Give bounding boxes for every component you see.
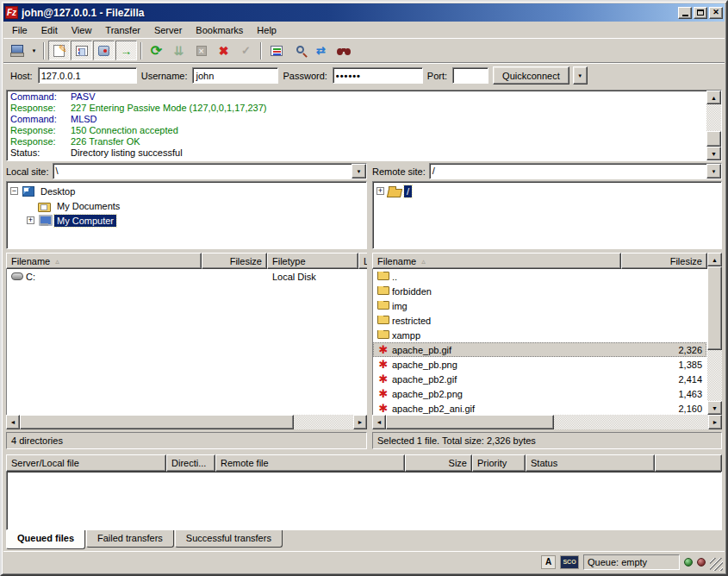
- scroll-thumb[interactable]: [706, 131, 721, 147]
- scroll-down-button[interactable]: ▼: [707, 401, 722, 415]
- remote-site-dropdown[interactable]: ▼: [706, 164, 721, 178]
- remote-site-combo[interactable]: / ▼: [429, 163, 722, 179]
- local-col-lastmodified[interactable]: L: [358, 253, 367, 269]
- scroll-thumb[interactable]: [386, 415, 554, 429]
- local-site-combo[interactable]: \ ▼: [53, 163, 367, 179]
- remote-file-row[interactable]: img: [373, 298, 706, 313]
- synchronized-browsing-button[interactable]: ⇄: [310, 41, 332, 60]
- tree-expander[interactable]: +: [376, 187, 384, 195]
- sync-icon: ⇄: [316, 44, 326, 57]
- toggle-remote-tree-button[interactable]: [93, 41, 115, 60]
- remote-tree-icon: [98, 46, 109, 56]
- scroll-track[interactable]: [706, 104, 721, 147]
- toggle-queue-button[interactable]: →: [115, 41, 137, 60]
- filter-button[interactable]: [265, 41, 287, 60]
- scroll-thumb[interactable]: [707, 266, 722, 350]
- disconnect-button[interactable]: ✖: [213, 41, 234, 60]
- tree-expander[interactable]: +: [27, 216, 34, 224]
- refresh-button[interactable]: ⟳: [146, 41, 167, 60]
- remote-file-row[interactable]: ✱apache_pb.png1,385: [373, 357, 706, 372]
- remote-file-row[interactable]: restricted: [373, 313, 706, 328]
- tab-queued-files[interactable]: Queued files: [6, 530, 85, 549]
- menu-help[interactable]: Help: [250, 23, 283, 37]
- scroll-left-button[interactable]: ◄: [372, 415, 386, 429]
- remote-file-row[interactable]: ..: [373, 269, 706, 284]
- tree-expander[interactable]: −: [10, 187, 18, 195]
- queue-col-remote-file[interactable]: Remote file: [215, 454, 405, 472]
- scroll-right-button[interactable]: ►: [708, 415, 722, 429]
- tab-successful-transfers[interactable]: Successful transfers: [175, 530, 283, 548]
- local-col-filesize[interactable]: Filesize: [202, 253, 267, 269]
- resize-grip[interactable]: [710, 558, 723, 571]
- scroll-left-button[interactable]: ◄: [6, 415, 20, 429]
- local-col-filename[interactable]: Filename▵: [6, 253, 202, 269]
- tab-failed-transfers[interactable]: Failed transfers: [86, 530, 174, 548]
- minimize-button[interactable]: [678, 7, 692, 19]
- toolbar: ▼ ✎ → ⟳ ⇊ ✕ ✖ ✓ ⇄: [3, 38, 725, 62]
- scroll-down-button[interactable]: ▼: [706, 147, 721, 160]
- remote-site-value: /: [430, 164, 706, 178]
- tree-item-my-documents[interactable]: My Documents: [7, 198, 366, 213]
- log-line-type: Status:: [7, 147, 71, 159]
- process-queue-button[interactable]: ⇊: [168, 41, 190, 60]
- scroll-right-button[interactable]: ►: [353, 415, 367, 429]
- scroll-up-button[interactable]: ▲: [707, 253, 722, 266]
- filename-text: apache_pb2_ani.gif: [392, 404, 475, 414]
- menu-file[interactable]: File: [5, 23, 34, 37]
- local-hscroll[interactable]: ◄ ►: [6, 415, 367, 429]
- remote-file-row[interactable]: ✱apache_pb2.gif2,414: [373, 372, 706, 386]
- queue-col-server-local-file[interactable]: Server/Local file: [6, 454, 166, 472]
- remote-col-filename[interactable]: Filename▵: [372, 253, 621, 269]
- scroll-up-button[interactable]: ▲: [706, 91, 721, 104]
- remote-vscroll[interactable]: ▲ ▼: [707, 253, 722, 415]
- local-file-row[interactable]: C:Local Disk: [7, 269, 366, 284]
- image-file-icon: ✱: [377, 403, 389, 414]
- menu-bookmarks[interactable]: Bookmarks: [189, 23, 250, 37]
- site-manager-dropdown[interactable]: ▼: [28, 41, 40, 60]
- quickconnect-button[interactable]: Quickconnect: [493, 66, 569, 85]
- host-input[interactable]: [38, 67, 137, 84]
- queue-col-priority[interactable]: Priority: [472, 454, 526, 472]
- remote-file-row[interactable]: ✱apache_pb.gif2,326: [373, 342, 706, 357]
- remote-col-filesize[interactable]: Filesize: [621, 253, 707, 269]
- remote-file-row[interactable]: ✱apache_pb2_ani.gif2,160: [373, 401, 706, 415]
- menu-server[interactable]: Server: [147, 23, 189, 37]
- menu-edit[interactable]: Edit: [34, 23, 65, 37]
- menu-transfer[interactable]: Transfer: [98, 23, 147, 37]
- remote-file-row[interactable]: forbidden: [373, 284, 706, 298]
- tree-item-item[interactable]: +/: [373, 184, 721, 198]
- remote-file-row[interactable]: ✱apache_pb2.png1,463: [373, 386, 706, 401]
- local-site-dropdown[interactable]: ▼: [352, 164, 366, 178]
- menu-view[interactable]: View: [65, 23, 99, 37]
- remote-file-row[interactable]: xampp: [373, 328, 706, 342]
- log-line: Response:226 Transfer OK: [7, 136, 706, 147]
- binoculars-icon: [337, 48, 351, 56]
- log-scrollbar[interactable]: ▲ ▼: [706, 91, 721, 160]
- message-log: Command:PASVResponse:227 Entering Passiv…: [6, 90, 722, 161]
- app-icon: Fz: [5, 6, 18, 19]
- queue-col-size[interactable]: Size: [405, 454, 472, 472]
- username-input[interactable]: [192, 67, 278, 84]
- port-input[interactable]: [452, 67, 488, 84]
- reconnect-button[interactable]: ✓: [235, 41, 257, 60]
- scroll-thumb[interactable]: [20, 415, 294, 429]
- find-files-button[interactable]: [333, 41, 354, 60]
- directory-comparison-button[interactable]: [288, 41, 309, 60]
- local-col-filetype[interactable]: Filetype: [267, 253, 358, 269]
- tree-item-desktop[interactable]: −Desktop: [7, 184, 366, 198]
- toggle-local-tree-button[interactable]: [71, 41, 92, 60]
- remote-hscroll[interactable]: ◄ ►: [372, 415, 722, 429]
- quickconnect-dropdown[interactable]: ▼: [573, 66, 588, 85]
- close-button[interactable]: ✕: [709, 7, 723, 19]
- queue-col-status[interactable]: Status: [526, 454, 655, 472]
- menu-bar: FileEditViewTransferServerBookmarksHelp: [3, 22, 725, 38]
- maximize-button[interactable]: [694, 7, 707, 19]
- site-manager-button[interactable]: [6, 41, 28, 60]
- tree-item-my-computer[interactable]: +My Computer: [7, 213, 366, 228]
- cancel-operation-button[interactable]: ✕: [190, 41, 212, 60]
- queue-toggle-icon: →: [121, 45, 133, 57]
- queue-col-direction[interactable]: Directi...: [166, 454, 215, 472]
- scroll-track[interactable]: [707, 266, 722, 401]
- password-input[interactable]: [333, 67, 423, 84]
- toggle-log-button[interactable]: ✎: [48, 41, 70, 60]
